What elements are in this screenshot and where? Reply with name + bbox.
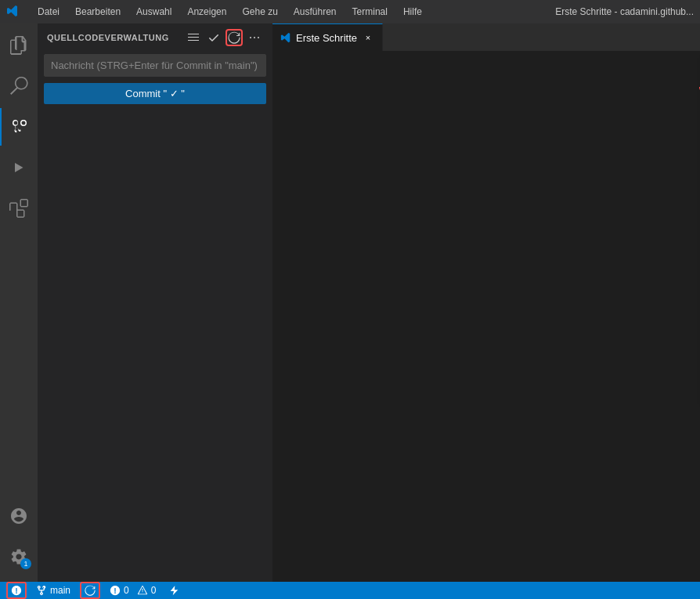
titlebar: Datei Bearbeiten Auswahl Anzeigen Gehe z… [0, 0, 700, 23]
activity-bar: 1 [0, 23, 38, 582]
tab-erste-schritte[interactable]: Erste Schritte × [272, 23, 383, 51]
sidebar-actions [185, 29, 263, 46]
activity-extensions[interactable] [0, 189, 38, 227]
tab-bar: Erste Schritte × [272, 23, 700, 51]
main-layout: 1 QUELLCODEVERWALTUNG [0, 23, 700, 582]
commit-message-area [44, 54, 266, 77]
vscode-logo-icon [6, 5, 19, 20]
activity-run[interactable] [0, 149, 38, 186]
tab-close-button[interactable]: × [362, 31, 374, 44]
commit-message-input[interactable] [44, 54, 266, 77]
sidebar-title: QUELLCODEVERWALTUNG [47, 33, 169, 42]
activity-explorer[interactable] [0, 27, 38, 64]
sidebar-action-sync[interactable] [226, 29, 243, 46]
menu-anzeigen[interactable]: Anzeigen [181, 5, 233, 19]
menu-bearbeiten[interactable]: Bearbeiten [69, 5, 127, 19]
activity-search[interactable] [0, 67, 38, 105]
status-error-indicator[interactable] [6, 582, 27, 599]
status-errors-warnings[interactable]: 0 0 [106, 582, 159, 599]
sidebar-action-more[interactable] [246, 29, 263, 46]
branch-name: main [50, 585, 70, 596]
activity-account[interactable] [0, 497, 38, 535]
activity-settings[interactable]: 1 [0, 538, 38, 576]
sidebar-header: QUELLCODEVERWALTUNG [38, 23, 272, 51]
menu-terminal[interactable]: Terminal [346, 5, 394, 19]
arrow-indicator [687, 52, 700, 101]
menu-hilfe[interactable]: Hilfe [397, 5, 428, 19]
sidebar: QUELLCODEVERWALTUNG [38, 23, 272, 582]
activity-source-control[interactable] [0, 108, 38, 146]
status-sync-button[interactable] [80, 582, 100, 599]
status-branch[interactable]: main [33, 582, 74, 599]
status-bar: main 0 0 [0, 582, 700, 599]
warning-count: 0 [151, 585, 157, 596]
menu-datei[interactable]: Datei [31, 5, 66, 19]
titlebar-menu: Datei Bearbeiten Auswahl Anzeigen Gehe z… [31, 5, 428, 19]
commit-button[interactable]: Commit " ✓ " [44, 83, 266, 104]
tab-label: Erste Schritte [296, 32, 357, 44]
menu-auswahl[interactable]: Auswahl [130, 5, 178, 19]
status-lightning[interactable] [165, 582, 182, 599]
activity-bar-bottom: 1 [0, 497, 38, 582]
menu-gehe-zu[interactable]: Gehe zu [236, 5, 283, 19]
error-count: 0 [124, 585, 129, 596]
settings-badge: 1 [20, 558, 31, 569]
editor-area: Erste Schritte × Ansichten › [272, 23, 700, 582]
menu-ausfuehren[interactable]: Ausführen [287, 5, 343, 19]
sidebar-action-check[interactable] [205, 29, 222, 46]
window-title: Erste Schritte - cadamini.github... [555, 6, 694, 17]
sidebar-action-list[interactable] [185, 29, 202, 46]
